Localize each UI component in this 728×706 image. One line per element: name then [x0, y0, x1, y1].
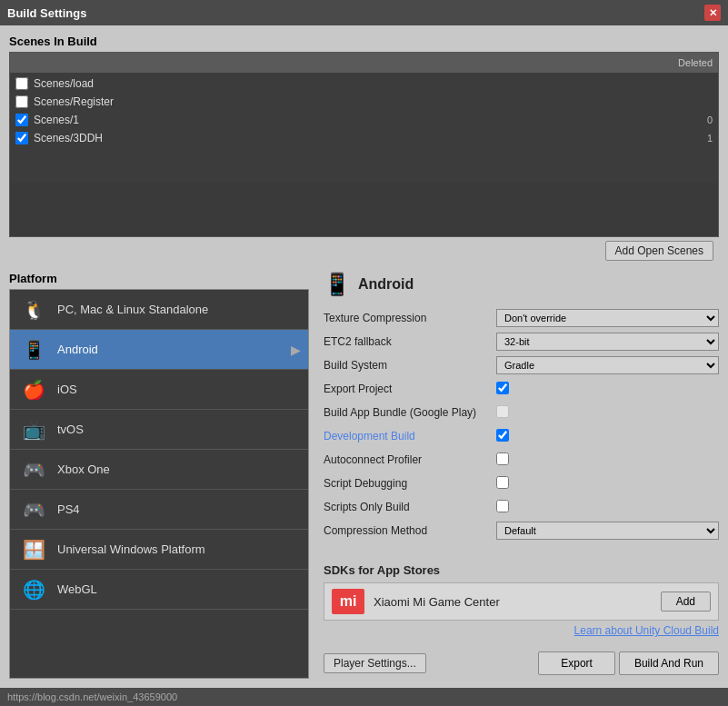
settings-select-texture-compression[interactable]: Don't overrideETCETC2ASTC	[496, 309, 719, 327]
sdk-xiaomi-item: mi Xiaomi Mi Game Center Add	[324, 582, 719, 621]
sdk-add-button[interactable]: Add	[661, 592, 711, 612]
settings-control	[496, 452, 719, 468]
platform-item-ps4[interactable]: 🎮PS4	[10, 490, 308, 530]
settings-select-build-system[interactable]: GradleInternal	[496, 356, 719, 374]
cloud-build-link[interactable]: Learn about Unity Cloud Build	[324, 624, 719, 637]
platform-item-pc,-mac-&-linux-standalone[interactable]: 🐧PC, Mac & Linux Standalone	[10, 290, 308, 330]
scenes-panel: Deleted Scenes/loadScenes/RegisterScenes…	[9, 52, 719, 237]
settings-table: Texture CompressionDon't overrideETCETC2…	[324, 308, 719, 556]
settings-row: Build App Bundle (Google Play)	[324, 403, 719, 423]
bottom-bar-right: Export Build And Run	[538, 651, 719, 675]
settings-row: Export Project	[324, 379, 719, 399]
build-settings-window: Build Settings ✕ Scenes In Build Deleted…	[0, 0, 728, 706]
scene-checkbox[interactable]	[15, 95, 28, 108]
export-button[interactable]: Export	[538, 651, 615, 675]
android-platform-icon: 📱	[324, 272, 351, 297]
settings-row: Development Build	[324, 426, 719, 446]
android-header: 📱 Android	[324, 272, 719, 297]
bottom-bar: Player Settings... Export Build And Run	[324, 648, 719, 679]
scene-index: 1	[707, 133, 713, 144]
android-settings-panel: 📱 Android Texture CompressionDon't overr…	[309, 272, 719, 679]
settings-control	[496, 500, 719, 515]
settings-checkbox-build-app-bundle-(google-play)[interactable]	[496, 405, 509, 418]
platform-item-webgl[interactable]: 🌐WebGL	[10, 570, 308, 610]
player-settings-button[interactable]: Player Settings...	[324, 653, 426, 673]
xiaomi-logo: mi	[332, 589, 364, 614]
settings-control: Don't overrideETCETC2ASTC	[496, 309, 719, 327]
settings-label: Build System	[324, 359, 496, 372]
platform-icon: 🪟	[17, 533, 50, 566]
title-bar: Build Settings ✕	[0, 0, 728, 25]
xiaomi-name: Xiaomi Mi Game Center	[374, 595, 652, 609]
settings-label[interactable]: Development Build	[324, 430, 496, 442]
platform-item-xbox-one[interactable]: 🎮Xbox One	[10, 450, 308, 490]
platform-item-universal-windows-platform[interactable]: 🪟Universal Windows Platform	[10, 530, 308, 570]
settings-checkbox-script-debugging[interactable]	[496, 476, 509, 489]
platform-icon: 🎮	[17, 493, 50, 526]
platform-item-android[interactable]: 📱Android▶	[10, 330, 308, 370]
settings-row: Script Debugging	[324, 473, 719, 493]
platform-name: WebGL	[57, 582, 301, 596]
build-and-run-button[interactable]: Build And Run	[619, 651, 719, 675]
settings-row: Compression MethodDefaultLZ4LZ4HC	[324, 521, 719, 541]
settings-control	[496, 382, 719, 397]
settings-control: GradleInternal	[496, 356, 719, 374]
settings-label: Texture Compression	[324, 312, 496, 324]
settings-label: Export Project	[324, 383, 496, 395]
settings-control	[496, 429, 719, 444]
settings-checkbox-export-project[interactable]	[496, 382, 509, 394]
scenes-section-title: Scenes In Build	[9, 35, 719, 48]
window-title: Build Settings	[7, 6, 86, 20]
status-bar: https://blog.csdn.net/weixin_43659000	[0, 688, 728, 706]
settings-checkbox-development-build[interactable]	[496, 429, 509, 442]
platform-name: PS4	[57, 502, 301, 516]
scene-name: Scenes/Register	[34, 95, 713, 108]
scene-checkbox[interactable]	[15, 132, 28, 144]
platform-active-arrow: ▶	[291, 343, 301, 357]
settings-label: ETC2 fallback	[324, 335, 496, 348]
sdks-title: SDKs for App Stores	[324, 563, 719, 577]
platform-item-tvos[interactable]: 📺tvOS	[10, 410, 308, 450]
platform-item-ios[interactable]: 🍎iOS	[10, 370, 308, 410]
settings-checkbox-autoconnect-profiler[interactable]	[496, 452, 509, 465]
platform-name: PC, Mac & Linux Standalone	[57, 303, 301, 316]
platform-name: Xbox One	[57, 462, 301, 476]
scene-item: Scenes/3DDH1	[10, 129, 718, 147]
platform-title: Platform	[9, 272, 309, 285]
platform-name: iOS	[57, 383, 301, 396]
window-body: Scenes In Build Deleted Scenes/loadScene…	[0, 25, 728, 688]
settings-checkbox-scripts-only-build[interactable]	[496, 500, 509, 512]
settings-row: ETC2 fallback32-bit16-bit	[324, 332, 719, 352]
settings-label: Script Debugging	[324, 477, 496, 490]
platform-panel: Platform 🐧PC, Mac & Linux Standalone📱And…	[9, 272, 309, 679]
platform-list: 🐧PC, Mac & Linux Standalone📱Android▶🍎iOS…	[10, 290, 308, 610]
scene-checkbox[interactable]	[15, 114, 28, 126]
settings-row: Build SystemGradleInternal	[324, 355, 719, 375]
scenes-in-build-section: Scenes In Build Deleted Scenes/loadScene…	[9, 35, 719, 264]
settings-control	[496, 405, 719, 421]
scenes-header: Deleted	[10, 53, 718, 73]
status-bar-text: https://blog.csdn.net/weixin_43659000	[7, 691, 177, 702]
settings-select-compression-method[interactable]: DefaultLZ4LZ4HC	[496, 522, 719, 540]
add-open-scenes-button[interactable]: Add Open Scenes	[605, 241, 713, 261]
settings-control: DefaultLZ4LZ4HC	[496, 522, 719, 540]
scene-checkbox[interactable]	[15, 77, 28, 90]
settings-label: Build App Bundle (Google Play)	[324, 406, 496, 419]
main-area: Platform 🐧PC, Mac & Linux Standalone📱And…	[9, 272, 719, 679]
scene-name: Scenes/1	[34, 114, 707, 126]
platform-list-container: 🐧PC, Mac & Linux Standalone📱Android▶🍎iOS…	[9, 289, 309, 679]
platform-icon: 🐧	[17, 293, 50, 326]
settings-label: Compression Method	[324, 524, 496, 537]
scene-name: Scenes/load	[34, 77, 713, 90]
settings-label: Autoconnect Profiler	[324, 453, 496, 466]
settings-control	[496, 476, 719, 492]
platform-icon: 📺	[17, 413, 50, 446]
scene-item: Scenes/load	[10, 75, 718, 93]
platform-icon: 📱	[17, 333, 50, 366]
settings-select-etc2-fallback[interactable]: 32-bit16-bit	[496, 333, 719, 351]
scenes-empty-area	[10, 182, 718, 236]
scenes-list: Scenes/loadScenes/RegisterScenes/10Scene…	[10, 73, 718, 182]
platform-icon: 🍎	[17, 373, 50, 406]
close-button[interactable]: ✕	[704, 5, 721, 21]
platform-name: Android	[57, 343, 291, 356]
